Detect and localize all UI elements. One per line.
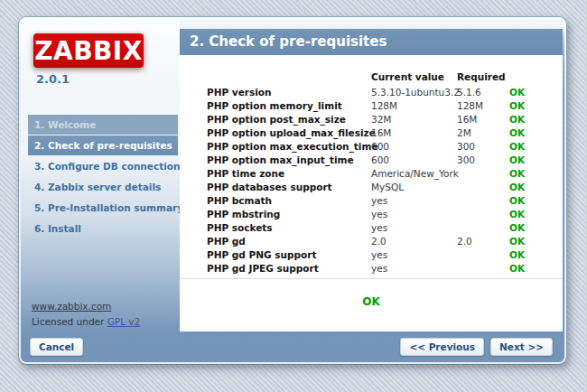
row-required-value: 300 [457,141,509,152]
row-status: OK [509,168,563,179]
license-text: Licensed under [32,316,107,327]
wizard-step-label: 2. Check of pre-requisites [34,140,172,151]
wizard-step-label: 5. Pre-Installation summary [34,202,183,213]
row-name: PHP option upload_max_filesize [207,127,371,138]
table-row: PHP version 5.3.10-1ubuntu3.2 5.1.6 OK [207,85,563,98]
table-row: PHP mbstring yes OK [207,207,563,220]
wizard-step[interactable]: 4. Zabbix server details [28,177,178,197]
table-row: PHP databases support MySQL OK [207,180,563,193]
wizard-step[interactable]: 3. Configure DB connection [28,156,178,176]
row-status: OK [509,100,563,111]
wizard-step[interactable]: 5. Pre-Installation summary [28,198,178,218]
row-required-value: 128M [457,100,509,111]
row-name: PHP databases support [207,182,371,192]
row-name: PHP option max_execution_time [207,141,371,152]
row-status: OK [509,154,563,165]
row-current-value: 2.0 [371,236,457,247]
wizard-step[interactable]: 1. Welcome [28,115,178,135]
setup-wizard-dialog: ZABBIX 2.0.1 1. Welcome 2. Check of pre-… [18,16,567,365]
overall-status: OK [180,295,563,308]
row-status: OK [509,87,563,98]
table-rows: PHP version 5.3.10-1ubuntu3.2 5.1.6 OK P… [207,85,563,275]
row-name: PHP sockets [207,222,371,233]
row-current-value: America/New_York [371,168,457,179]
page-title: 2. Check of pre-requisites [180,29,563,55]
table-row: PHP option max_input_time 600 300 OK [207,153,563,166]
table-row: PHP gd 2.0 2.0 OK [207,234,563,247]
row-required-value: 2M [457,127,509,138]
prerequisites-panel: Current value Required PHP version 5.3.1… [180,55,563,331]
row-status: OK [509,127,563,138]
row-current-value: yes [371,222,457,233]
cancel-button[interactable]: Cancel [30,338,83,356]
row-name: PHP gd PNG support [207,249,371,260]
row-current-value: yes [371,249,457,260]
row-status: OK [509,236,563,247]
table-row: PHP option upload_max_filesize 16M 2M OK [207,126,563,139]
wizard-step-label: 6. Install [34,223,81,234]
row-current-value: 5.3.10-1ubuntu3.2 [371,87,457,98]
row-name: PHP bcmath [207,195,371,206]
row-current-value: 128M [371,100,457,111]
table-row: PHP option max_execution_time 600 300 OK [207,139,563,153]
table-row: PHP time zone America/New_York OK [207,166,563,180]
sidebar: ZABBIX 2.0.1 1. Welcome 2. Check of pre-… [21,19,180,333]
wizard-step-label: 4. Zabbix server details [34,182,161,192]
table-row: PHP option post_max_size 32M 16M OK [207,112,563,126]
row-status: OK [509,263,563,274]
row-current-value: 16M [371,127,457,138]
sidebar-links: www.zabbix.com Licensed under GPL v2 [32,301,140,327]
row-current-value: 600 [371,154,457,165]
row-name: PHP gd [207,236,371,247]
prerequisites-table: Current value Required PHP version 5.3.1… [180,70,563,275]
row-name: PHP option memory_limit [207,100,371,111]
row-current-value: yes [371,195,457,206]
row-status: OK [509,209,563,219]
wizard-step[interactable]: 2. Check of pre-requisites [28,135,178,155]
row-status: OK [509,114,563,125]
row-status: OK [509,249,563,260]
row-required-value: 300 [457,154,509,165]
row-current-value: 32M [371,114,457,125]
gpl-license-link[interactable]: GPL v2 [107,316,141,327]
row-status: OK [509,141,563,152]
wizard-steps: 1. Welcome 2. Check of pre-requisites 3.… [28,115,178,239]
table-row: PHP sockets yes OK [207,220,563,234]
version-label: 2.0.1 [36,72,70,86]
row-name: PHP option max_input_time [207,154,371,165]
wizard-step[interactable]: 6. Install [28,219,178,238]
row-name: PHP mbstring [207,209,371,219]
row-name: PHP time zone [207,168,371,179]
row-required-value: 5.1.6 [457,87,509,98]
row-required-value: 2.0 [457,236,509,247]
wizard-step-label: 1. Welcome [34,119,96,130]
row-name: PHP version [207,87,371,98]
table-row: PHP gd JPEG support yes OK [207,261,563,275]
col-header-current: Current value [371,71,457,82]
zabbix-logo-text: ZABBIX [34,36,143,66]
table-row: PHP bcmath yes OK [207,193,563,207]
row-status: OK [509,182,563,192]
row-status: OK [509,195,563,206]
next-button[interactable]: Next >> [490,338,553,356]
row-name: PHP option post_max_size [207,114,371,125]
row-name: PHP gd JPEG support [207,263,371,274]
zabbix-logo: ZABBIX [33,33,144,68]
row-required-value: 16M [457,114,509,125]
row-current-value: 600 [371,141,457,152]
wizard-step-label: 3. Configure DB connection [34,161,181,172]
table-row: PHP option memory_limit 128M 128M OK [207,98,563,112]
col-header-required: Required [457,71,509,82]
zabbix-site-link[interactable]: www.zabbix.com [32,301,111,312]
previous-button[interactable]: << Previous [400,338,484,356]
table-header-row: Current value Required [207,70,563,83]
table-separator [180,278,563,279]
row-status: OK [509,222,563,233]
table-row: PHP gd PNG support yes OK [207,247,563,261]
row-current-value: yes [371,209,457,219]
row-current-value: yes [371,263,457,274]
row-current-value: MySQL [371,182,457,192]
